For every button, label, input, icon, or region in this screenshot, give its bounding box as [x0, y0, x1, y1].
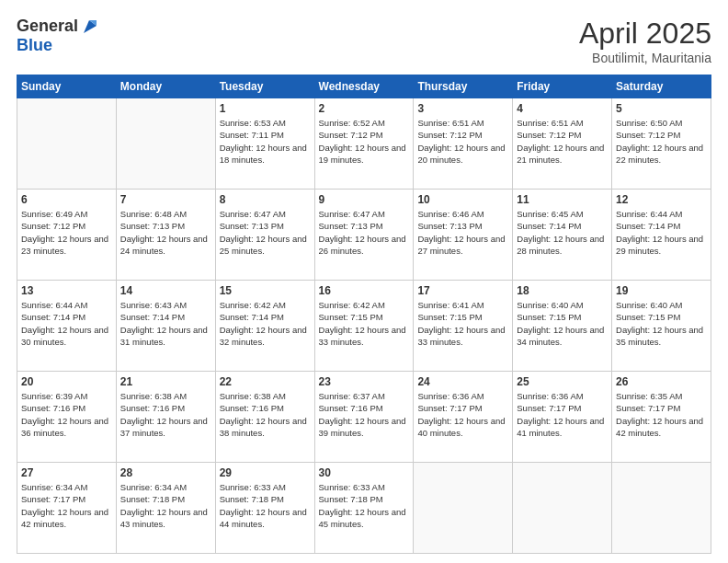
day-info: Sunrise: 6:35 AMSunset: 7:17 PMDaylight:… [616, 390, 707, 439]
day-number: 7 [120, 193, 211, 206]
day-info: Sunrise: 6:42 AMSunset: 7:14 PMDaylight:… [220, 299, 311, 348]
day-number: 3 [417, 102, 508, 115]
calendar-cell: 29Sunrise: 6:33 AMSunset: 7:18 PMDayligh… [215, 463, 314, 554]
calendar: SundayMondayTuesdayWednesdayThursdayFrid… [17, 75, 711, 554]
header-tuesday: Tuesday [215, 75, 314, 98]
day-number: 12 [616, 193, 707, 206]
calendar-cell: 11Sunrise: 6:45 AMSunset: 7:14 PMDayligh… [513, 190, 612, 281]
day-number: 20 [21, 375, 112, 388]
calendar-week-0: 1Sunrise: 6:53 AMSunset: 7:11 PMDaylight… [17, 98, 711, 190]
page: General Blue April 2025 Boutilimit, Maur… [0, 0, 728, 563]
calendar-cell: 10Sunrise: 6:46 AMSunset: 7:13 PMDayligh… [414, 190, 513, 281]
calendar-cell: 13Sunrise: 6:44 AMSunset: 7:14 PMDayligh… [17, 281, 117, 372]
day-number: 21 [120, 375, 211, 388]
day-number: 13 [21, 284, 112, 297]
calendar-cell: 6Sunrise: 6:49 AMSunset: 7:12 PMDaylight… [17, 190, 117, 281]
day-info: Sunrise: 6:46 AMSunset: 7:13 PMDaylight:… [417, 208, 508, 257]
day-info: Sunrise: 6:45 AMSunset: 7:14 PMDaylight:… [517, 208, 608, 257]
day-number: 24 [417, 375, 508, 388]
calendar-cell: 27Sunrise: 6:34 AMSunset: 7:17 PMDayligh… [17, 463, 117, 554]
calendar-cell: 14Sunrise: 6:43 AMSunset: 7:14 PMDayligh… [116, 281, 215, 372]
calendar-cell: 30Sunrise: 6:33 AMSunset: 7:18 PMDayligh… [314, 463, 414, 554]
calendar-cell [17, 98, 117, 190]
day-number: 8 [220, 193, 311, 206]
day-number: 1 [220, 102, 311, 115]
calendar-cell: 24Sunrise: 6:36 AMSunset: 7:17 PMDayligh… [414, 372, 513, 463]
day-number: 4 [517, 102, 608, 115]
calendar-cell: 8Sunrise: 6:47 AMSunset: 7:13 PMDaylight… [215, 190, 314, 281]
title-block: April 2025 Boutilimit, Mauritania [579, 17, 711, 65]
day-number: 18 [517, 284, 608, 297]
day-info: Sunrise: 6:48 AMSunset: 7:13 PMDaylight:… [120, 208, 211, 257]
calendar-cell: 12Sunrise: 6:44 AMSunset: 7:14 PMDayligh… [612, 190, 711, 281]
day-info: Sunrise: 6:37 AMSunset: 7:16 PMDaylight:… [319, 390, 410, 439]
header-saturday: Saturday [612, 75, 711, 98]
header-thursday: Thursday [414, 75, 513, 98]
day-info: Sunrise: 6:42 AMSunset: 7:15 PMDaylight:… [319, 299, 410, 348]
calendar-cell: 7Sunrise: 6:48 AMSunset: 7:13 PMDaylight… [116, 190, 215, 281]
day-info: Sunrise: 6:51 AMSunset: 7:12 PMDaylight:… [517, 117, 608, 166]
calendar-cell: 16Sunrise: 6:42 AMSunset: 7:15 PMDayligh… [314, 281, 414, 372]
calendar-cell [414, 463, 513, 554]
day-info: Sunrise: 6:51 AMSunset: 7:12 PMDaylight:… [417, 117, 508, 166]
day-info: Sunrise: 6:34 AMSunset: 7:17 PMDaylight:… [21, 481, 112, 530]
day-number: 22 [220, 375, 311, 388]
calendar-cell: 15Sunrise: 6:42 AMSunset: 7:14 PMDayligh… [215, 281, 314, 372]
day-info: Sunrise: 6:34 AMSunset: 7:18 PMDaylight:… [120, 481, 211, 530]
calendar-cell: 21Sunrise: 6:38 AMSunset: 7:16 PMDayligh… [116, 372, 215, 463]
calendar-cell [116, 98, 215, 190]
day-number: 26 [616, 375, 707, 388]
day-number: 16 [319, 284, 410, 297]
logo: General Blue [17, 17, 100, 55]
day-info: Sunrise: 6:53 AMSunset: 7:11 PMDaylight:… [220, 117, 311, 166]
calendar-cell: 19Sunrise: 6:40 AMSunset: 7:15 PMDayligh… [612, 281, 711, 372]
day-number: 23 [319, 375, 410, 388]
day-info: Sunrise: 6:36 AMSunset: 7:17 PMDaylight:… [417, 390, 508, 439]
calendar-cell: 28Sunrise: 6:34 AMSunset: 7:18 PMDayligh… [116, 463, 215, 554]
calendar-header-row: SundayMondayTuesdayWednesdayThursdayFrid… [17, 75, 711, 98]
day-info: Sunrise: 6:49 AMSunset: 7:12 PMDaylight:… [21, 208, 112, 257]
day-info: Sunrise: 6:50 AMSunset: 7:12 PMDaylight:… [616, 117, 707, 166]
day-info: Sunrise: 6:40 AMSunset: 7:15 PMDaylight:… [517, 299, 608, 348]
calendar-week-1: 6Sunrise: 6:49 AMSunset: 7:12 PMDaylight… [17, 190, 711, 281]
header-monday: Monday [116, 75, 215, 98]
day-info: Sunrise: 6:38 AMSunset: 7:16 PMDaylight:… [220, 390, 311, 439]
calendar-cell: 18Sunrise: 6:40 AMSunset: 7:15 PMDayligh… [513, 281, 612, 372]
day-info: Sunrise: 6:38 AMSunset: 7:16 PMDaylight:… [120, 390, 211, 439]
logo-blue: Blue [17, 37, 100, 55]
header: General Blue April 2025 Boutilimit, Maur… [17, 17, 711, 65]
calendar-cell: 23Sunrise: 6:37 AMSunset: 7:16 PMDayligh… [314, 372, 414, 463]
logo-general: General [17, 17, 78, 36]
calendar-cell: 26Sunrise: 6:35 AMSunset: 7:17 PMDayligh… [612, 372, 711, 463]
day-number: 17 [417, 284, 508, 297]
calendar-cell: 20Sunrise: 6:39 AMSunset: 7:16 PMDayligh… [17, 372, 117, 463]
calendar-week-4: 27Sunrise: 6:34 AMSunset: 7:17 PMDayligh… [17, 463, 711, 554]
day-number: 27 [21, 466, 112, 479]
day-info: Sunrise: 6:47 AMSunset: 7:13 PMDaylight:… [319, 208, 410, 257]
day-info: Sunrise: 6:36 AMSunset: 7:17 PMDaylight:… [517, 390, 608, 439]
day-info: Sunrise: 6:47 AMSunset: 7:13 PMDaylight:… [220, 208, 311, 257]
day-number: 30 [319, 466, 410, 479]
calendar-cell: 4Sunrise: 6:51 AMSunset: 7:12 PMDaylight… [513, 98, 612, 190]
day-number: 9 [319, 193, 410, 206]
day-number: 25 [517, 375, 608, 388]
calendar-cell: 25Sunrise: 6:36 AMSunset: 7:17 PMDayligh… [513, 372, 612, 463]
day-number: 19 [616, 284, 707, 297]
day-number: 10 [417, 193, 508, 206]
calendar-cell: 17Sunrise: 6:41 AMSunset: 7:15 PMDayligh… [414, 281, 513, 372]
day-number: 14 [120, 284, 211, 297]
day-number: 5 [616, 102, 707, 115]
day-info: Sunrise: 6:39 AMSunset: 7:16 PMDaylight:… [21, 390, 112, 439]
day-info: Sunrise: 6:43 AMSunset: 7:14 PMDaylight:… [120, 299, 211, 348]
day-info: Sunrise: 6:33 AMSunset: 7:18 PMDaylight:… [220, 481, 311, 530]
header-wednesday: Wednesday [314, 75, 414, 98]
day-number: 2 [319, 102, 410, 115]
day-number: 11 [517, 193, 608, 206]
day-number: 29 [220, 466, 311, 479]
month-year: April 2025 [579, 17, 711, 51]
calendar-cell: 22Sunrise: 6:38 AMSunset: 7:16 PMDayligh… [215, 372, 314, 463]
day-number: 28 [120, 466, 211, 479]
header-sunday: Sunday [17, 75, 117, 98]
logo-icon [80, 17, 100, 37]
day-info: Sunrise: 6:52 AMSunset: 7:12 PMDaylight:… [319, 117, 410, 166]
